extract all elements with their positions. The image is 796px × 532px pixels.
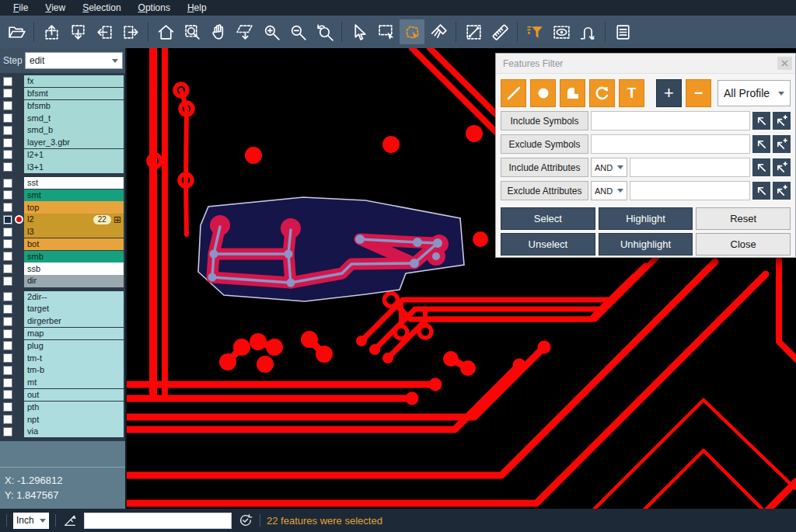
layer-row[interactable]: l3+1 ⊞ bbox=[2, 161, 124, 172]
layer-visibility-checkbox[interactable] bbox=[3, 203, 12, 212]
layer-row[interactable]: l2+1 ⊞ bbox=[2, 149, 124, 161]
menu-item[interactable]: View bbox=[37, 0, 74, 16]
layer-row[interactable]: tm-b ⊞ bbox=[2, 364, 124, 376]
pan-left-button[interactable] bbox=[92, 19, 117, 44]
layer-visibility-checkbox[interactable] bbox=[3, 138, 12, 148]
zoom-out-button[interactable] bbox=[285, 19, 310, 44]
layer-visibility-checkbox[interactable] bbox=[3, 427, 12, 436]
features-filter-button[interactable] bbox=[522, 19, 547, 44]
layer-name[interactable]: l2 22 ⊞ bbox=[24, 214, 124, 225]
layer-name[interactable]: dir ⊞ bbox=[24, 275, 124, 287]
ruler-button[interactable] bbox=[487, 19, 512, 44]
menu-item[interactable]: Selection bbox=[74, 0, 129, 16]
layer-row[interactable]: out ⊞ bbox=[2, 389, 124, 401]
layer-visibility-checkbox[interactable] bbox=[3, 304, 12, 314]
layer-name[interactable]: fx ⊞ bbox=[24, 75, 124, 87]
pick-add-from-canvas-button[interactable] bbox=[773, 158, 791, 176]
layer-visibility-checkbox[interactable] bbox=[3, 179, 12, 188]
pick-from-canvas-button[interactable] bbox=[752, 135, 770, 153]
filter-add-button[interactable]: + bbox=[656, 79, 682, 107]
layer-grid-icon[interactable]: ⊞ bbox=[113, 215, 121, 224]
layer-visibility-checkbox[interactable] bbox=[3, 89, 12, 98]
layer-row[interactable]: via ⊞ bbox=[2, 426, 124, 437]
filter-surfaces-button[interactable] bbox=[560, 79, 585, 107]
layer-visibility-checkbox[interactable] bbox=[3, 215, 12, 224]
show-hide-button[interactable] bbox=[549, 19, 574, 44]
pick-from-canvas-button[interactable] bbox=[752, 182, 770, 200]
filter-value-input[interactable] bbox=[630, 181, 750, 200]
layer-row[interactable]: plug ⊞ bbox=[2, 340, 124, 352]
reset-button[interactable]: Reset bbox=[696, 207, 791, 230]
layer-row[interactable]: top ⊞ bbox=[2, 201, 124, 213]
layer-row[interactable]: smb ⊞ bbox=[2, 251, 124, 263]
layer-row[interactable]: fx ⊞ bbox=[2, 75, 124, 87]
polygon-select-button[interactable] bbox=[400, 19, 424, 44]
layer-visibility-checkbox[interactable] bbox=[3, 276, 12, 286]
layer-row[interactable]: smt ⊞ bbox=[2, 190, 124, 201]
profile-select[interactable]: All Profile bbox=[717, 80, 791, 106]
angle-mode-button[interactable] bbox=[62, 513, 78, 528]
filter-text-button[interactable]: T bbox=[619, 79, 644, 107]
select-arrow-button[interactable] bbox=[347, 19, 372, 44]
layer-row[interactable]: mt ⊞ bbox=[2, 377, 124, 388]
dialog-close-button[interactable] bbox=[777, 57, 792, 70]
layer-visibility-checkbox[interactable] bbox=[3, 77, 12, 86]
pan-down-button[interactable] bbox=[65, 19, 90, 44]
layer-visibility-checkbox[interactable] bbox=[3, 113, 12, 123]
layer-name[interactable]: plug ⊞ bbox=[24, 340, 124, 352]
layer-name[interactable]: map ⊞ bbox=[24, 328, 124, 339]
layer-visibility-checkbox[interactable] bbox=[3, 228, 12, 237]
layer-row[interactable]: dir ⊞ bbox=[2, 275, 124, 287]
layer-name[interactable]: smt ⊞ bbox=[24, 190, 124, 201]
home-view-button[interactable] bbox=[153, 19, 178, 44]
pick-add-from-canvas-button[interactable] bbox=[773, 135, 791, 153]
layer-row[interactable]: map ⊞ bbox=[2, 328, 124, 339]
layer-name[interactable]: tm-b ⊞ bbox=[24, 364, 124, 376]
layer-row[interactable]: bfsmb ⊞ bbox=[2, 100, 124, 112]
report-list-button[interactable] bbox=[610, 19, 635, 44]
layer-visibility-checkbox[interactable] bbox=[3, 317, 12, 326]
layer-name[interactable]: dirgerber ⊞ bbox=[24, 315, 124, 327]
pick-add-from-canvas-button[interactable] bbox=[773, 182, 791, 200]
layer-name[interactable]: bfsmt ⊞ bbox=[24, 88, 124, 99]
layer-row[interactable]: pth ⊞ bbox=[2, 402, 124, 413]
step-select[interactable]: edit bbox=[25, 52, 123, 69]
layer-name[interactable]: l2+1 ⊞ bbox=[24, 149, 124, 161]
filter-value-input[interactable] bbox=[591, 111, 750, 130]
layer-name[interactable]: smd_b ⊞ bbox=[24, 124, 124, 136]
pick-from-canvas-button[interactable] bbox=[752, 158, 770, 176]
pan-up-button[interactable] bbox=[39, 19, 64, 44]
layer-row[interactable]: smd_b ⊞ bbox=[2, 124, 124, 136]
layer-visibility-checkbox[interactable] bbox=[3, 126, 12, 135]
filter-remove-button[interactable]: − bbox=[686, 79, 711, 107]
pick-add-from-canvas-button[interactable] bbox=[773, 112, 791, 130]
layer-name[interactable]: l3+1 ⊞ bbox=[24, 161, 124, 172]
layer-visibility-checkbox[interactable] bbox=[3, 190, 12, 200]
layer-visibility-checkbox[interactable] bbox=[3, 264, 12, 273]
layer-name[interactable]: layer_3.gbr ⊞ bbox=[24, 137, 124, 148]
pan-right-button[interactable] bbox=[118, 19, 143, 44]
layer-visibility-checkbox[interactable] bbox=[3, 402, 12, 412]
pan-hand-button[interactable] bbox=[206, 19, 231, 44]
open-file-button[interactable] bbox=[4, 19, 29, 44]
filter-row-label-button[interactable]: Exclude Attributes bbox=[501, 181, 588, 200]
layer-row[interactable]: layer_3.gbr ⊞ bbox=[2, 137, 124, 148]
units-select[interactable]: Inch bbox=[13, 513, 49, 529]
layer-visibility-checkbox[interactable] bbox=[3, 292, 12, 301]
filter-row-label-button[interactable]: Include Symbols bbox=[501, 111, 588, 130]
layer-visibility-checkbox[interactable] bbox=[3, 329, 12, 339]
layer-name[interactable]: via ⊞ bbox=[24, 426, 124, 437]
layer-row[interactable]: l3 ⊞ bbox=[2, 226, 124, 238]
layer-row[interactable]: bfsmt ⊞ bbox=[2, 88, 124, 99]
zoom-area-button[interactable] bbox=[180, 19, 204, 44]
filter-value-input[interactable] bbox=[630, 158, 750, 177]
unhighlight-button[interactable]: Unhighlight bbox=[599, 233, 693, 256]
layer-row[interactable]: tm-t ⊞ bbox=[2, 352, 124, 363]
layer-row[interactable]: l2 22 ⊞ bbox=[2, 214, 124, 225]
layer-name[interactable]: pth ⊞ bbox=[24, 402, 124, 413]
snap-button[interactable] bbox=[575, 19, 600, 44]
zoom-object-button[interactable] bbox=[232, 19, 257, 44]
filter-pads-button[interactable] bbox=[530, 79, 556, 107]
layer-name[interactable]: bot ⊞ bbox=[24, 238, 124, 250]
layer-name[interactable]: sst ⊞ bbox=[24, 177, 124, 189]
